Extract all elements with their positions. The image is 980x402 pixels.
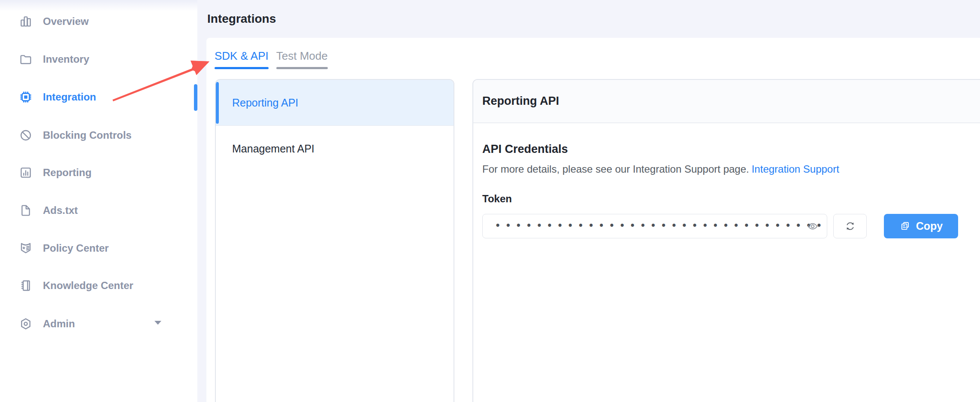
chevron-down-icon[interactable]	[154, 321, 161, 325]
tab-test-mode[interactable]: Test Mode	[276, 38, 328, 74]
sidebar-item-label: Integration	[43, 91, 96, 103]
regenerate-token-button[interactable]	[833, 214, 867, 238]
detail-panel-header: Reporting API	[473, 80, 980, 123]
active-nav-indicator	[194, 84, 197, 111]
token-row: ••••••••••••••••••••••••••••••••	[482, 214, 980, 238]
list-item-management-api[interactable]: Management API	[216, 126, 454, 172]
refresh-icon	[844, 220, 856, 232]
sidebar-item-label: Inventory	[43, 53, 89, 65]
sidebar-item-label: Policy Center	[43, 242, 109, 254]
notebook-icon	[19, 279, 33, 292]
admin-hexagon-icon	[19, 317, 33, 331]
report-chart-icon	[19, 166, 33, 180]
sidebar-item-label: Blocking Controls	[43, 129, 132, 141]
tab-inactive-underline	[276, 67, 328, 69]
page-title: Integrations	[207, 12, 276, 26]
tab-label: Test Mode	[276, 49, 328, 62]
sidebar-item-label: Ads.txt	[43, 204, 78, 216]
detail-panel-body: API Credentials For more details, please…	[473, 143, 980, 238]
sidebar-item-ads-txt[interactable]: Ads.txt	[0, 197, 197, 224]
sidebar-item-blocking-controls[interactable]: Blocking Controls	[0, 122, 197, 149]
api-list-panel: Reporting API Management API	[215, 79, 454, 402]
main-content: SDK & API Test Mode Reporting API Manage…	[206, 38, 980, 402]
sidebar-item-label: Admin	[43, 318, 75, 330]
file-icon	[19, 204, 33, 217]
masked-token-value: ••••••••••••••••••••••••••••••••	[483, 214, 826, 238]
sidebar-item-admin[interactable]: Admin	[0, 310, 197, 338]
page-header: Integrations	[197, 0, 980, 38]
chip-icon	[19, 90, 33, 104]
credentials-description: For more details, please see our Integra…	[482, 163, 980, 175]
sidebar-item-reporting[interactable]: Reporting	[0, 159, 197, 186]
sidebar-item-knowledge-center[interactable]: Knowledge Center	[0, 272, 197, 299]
description-text: For more details, please see our Integra…	[482, 163, 749, 175]
sidebar-item-integration[interactable]: Integration	[0, 83, 197, 111]
block-icon	[19, 128, 33, 142]
tab-sdk-api[interactable]: SDK & API	[215, 38, 269, 74]
selected-item-indicator	[216, 82, 219, 124]
sidebar-item-policy-center[interactable]: Policy Center	[0, 234, 197, 262]
sidebar: Overview Inventory Integration	[0, 0, 197, 402]
sidebar-item-label: Reporting	[43, 167, 91, 179]
copy-icon	[899, 220, 911, 232]
copy-button-label: Copy	[916, 220, 943, 232]
eye-icon[interactable]	[806, 221, 819, 232]
folder-icon	[19, 52, 33, 66]
sidebar-item-label: Knowledge Center	[43, 280, 133, 292]
tab-active-underline	[215, 67, 269, 69]
sidebar-item-label: Overview	[43, 15, 89, 27]
sidebar-item-overview[interactable]: Overview	[0, 8, 197, 35]
list-item-label: Management API	[232, 143, 315, 155]
bar-chart-icon	[19, 15, 33, 28]
list-item-reporting-api[interactable]: Reporting API	[216, 80, 454, 126]
sidebar-item-inventory[interactable]: Inventory	[0, 46, 197, 73]
copy-token-button[interactable]: Copy	[884, 214, 958, 238]
policy-badge-icon	[19, 241, 33, 255]
tab-bar: SDK & API Test Mode	[215, 38, 336, 74]
integration-support-link[interactable]: Integration Support	[752, 163, 839, 175]
tab-label: SDK & API	[215, 49, 269, 62]
list-item-label: Reporting API	[232, 97, 298, 109]
detail-title: Reporting API	[482, 94, 559, 108]
integrations-page: Overview Inventory Integration	[0, 0, 980, 402]
token-label: Token	[482, 193, 980, 205]
credentials-heading: API Credentials	[482, 143, 980, 156]
detail-panel: Reporting API API Credentials For more d…	[472, 79, 980, 402]
token-input[interactable]: ••••••••••••••••••••••••••••••••	[482, 214, 827, 238]
